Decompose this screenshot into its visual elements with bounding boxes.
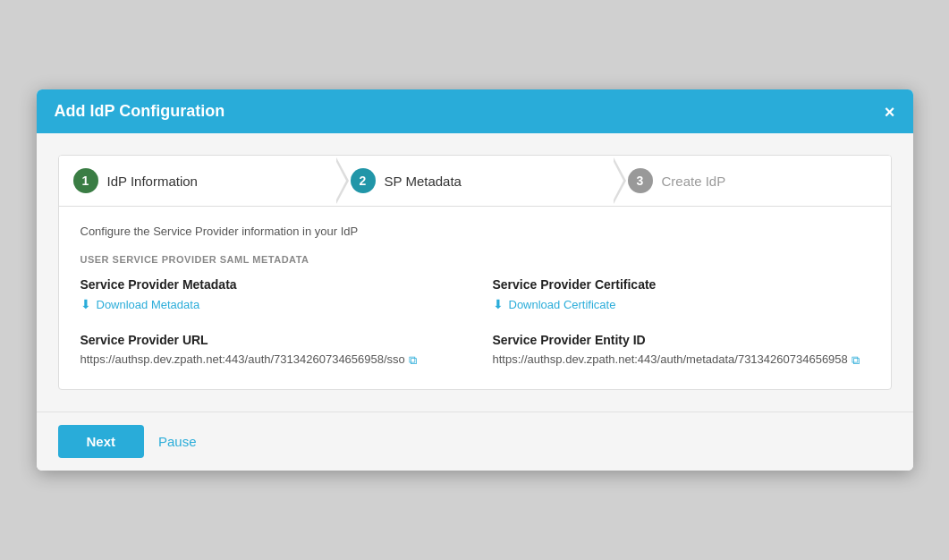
copy-url-icon[interactable]: ⧉ <box>409 353 417 368</box>
metadata-item-sp-url: Service Provider URL https://authsp.dev.… <box>80 333 457 368</box>
sp-url-value: https://authsp.dev.zpath.net:443/auth/73… <box>80 352 457 368</box>
step-label-3: Create IdP <box>662 174 726 189</box>
download-certificate-icon: ⬇ <box>493 297 504 311</box>
download-certificate-label: Download Certificate <box>509 298 616 311</box>
sp-metadata-title: Service Provider Metadata <box>80 277 457 292</box>
sp-url-text: https://authsp.dev.zpath.net:443/auth/73… <box>80 352 405 366</box>
modal-header: Add IdP Configuration × <box>37 89 913 133</box>
wizard-container: 1 IdP Information 2 SP Metadata 3 Create… <box>58 155 892 390</box>
next-button[interactable]: Next <box>58 425 145 458</box>
sp-entity-id-text: https://authsp.dev.zpath.net:443/auth/me… <box>493 352 848 366</box>
download-metadata-link[interactable]: ⬇ Download Metadata <box>80 297 457 311</box>
metadata-item-sp-certificate: Service Provider Certificate ⬇ Download … <box>493 277 869 311</box>
download-metadata-label: Download Metadata <box>97 298 200 311</box>
step-number-3: 3 <box>628 168 653 193</box>
sp-entity-id-value: https://authsp.dev.zpath.net:443/auth/me… <box>493 352 869 368</box>
step-number-2: 2 <box>351 168 376 193</box>
metadata-item-sp-entity-id: Service Provider Entity ID https://auths… <box>493 333 869 368</box>
section-label: USER SERVICE PROVIDER SAML METADATA <box>80 254 869 265</box>
wizard-step-sp-metadata[interactable]: 2 SP Metadata <box>336 156 614 206</box>
step-number-1: 1 <box>73 168 98 193</box>
sp-url-title: Service Provider URL <box>80 333 457 347</box>
step-label-2: SP Metadata <box>385 174 462 189</box>
modal-body: 1 IdP Information 2 SP Metadata 3 Create… <box>37 133 913 412</box>
pause-button[interactable]: Pause <box>158 434 197 449</box>
modal-footer: Next Pause <box>37 412 913 471</box>
download-certificate-link[interactable]: ⬇ Download Certificate <box>493 297 869 311</box>
copy-entity-id-icon[interactable]: ⧉ <box>852 353 860 368</box>
sp-certificate-title: Service Provider Certificate <box>493 277 869 292</box>
modal-title: Add IdP Configuration <box>55 102 225 121</box>
close-button[interactable]: × <box>885 103 895 121</box>
add-idp-modal: Add IdP Configuration × 1 IdP Informatio… <box>37 89 913 471</box>
wizard-step-create-idp[interactable]: 3 Create IdP <box>614 156 891 206</box>
metadata-item-sp-metadata: Service Provider Metadata ⬇ Download Met… <box>80 277 457 311</box>
wizard-description: Configure the Service Provider informati… <box>80 225 869 238</box>
step-label-1: IdP Information <box>107 174 198 189</box>
download-metadata-icon: ⬇ <box>80 297 91 311</box>
wizard-step-idp-information[interactable]: 1 IdP Information <box>59 156 336 206</box>
wizard-content: Configure the Service Provider informati… <box>59 207 891 389</box>
wizard-steps: 1 IdP Information 2 SP Metadata 3 Create… <box>59 156 891 207</box>
metadata-grid: Service Provider Metadata ⬇ Download Met… <box>80 277 869 368</box>
sp-entity-id-title: Service Provider Entity ID <box>493 333 869 347</box>
